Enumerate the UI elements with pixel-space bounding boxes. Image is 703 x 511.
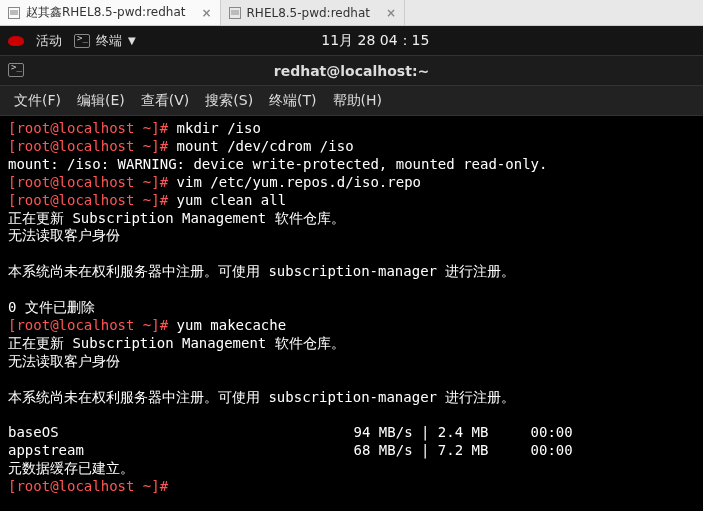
menu-view[interactable]: 查看(V) [135,92,196,110]
chevron-down-icon: ▼ [128,35,136,46]
clock[interactable]: 11月 28 04：15 [321,32,429,50]
terminal-app-indicator[interactable]: 终端 ▼ [74,32,136,50]
menu-terminal[interactable]: 终端(T) [263,92,322,110]
gnome-topbar: 活动 终端 ▼ 11月 28 04：15 [0,26,703,56]
redhat-logo-icon [8,36,24,46]
vm-icon [8,7,20,19]
outer-tab-2[interactable]: RHEL8.5-pwd:redhat × [221,0,406,25]
terminal-output[interactable]: [root@localhost ~]# mkdir /iso[root@loca… [0,116,703,500]
terminal-icon [74,34,90,48]
outer-tabstrip: 赵其鑫RHEL8.5-pwd:redhat × RHEL8.5-pwd:redh… [0,0,703,26]
outer-tab-1[interactable]: 赵其鑫RHEL8.5-pwd:redhat × [0,0,221,25]
terminal-app-label: 终端 [96,32,122,50]
menu-help[interactable]: 帮助(H) [327,92,388,110]
menu-file[interactable]: 文件(F) [8,92,67,110]
close-icon[interactable]: × [386,6,396,20]
activities-button[interactable]: 活动 [36,32,62,50]
terminal-icon [8,63,24,77]
outer-tab-2-label: RHEL8.5-pwd:redhat [247,6,370,20]
outer-tab-1-label: 赵其鑫RHEL8.5-pwd:redhat [26,4,185,21]
window-titlebar: redhat@localhost:~ [0,56,703,86]
close-icon[interactable]: × [201,6,211,20]
menu-search[interactable]: 搜索(S) [199,92,259,110]
vm-icon [229,7,241,19]
menu-edit[interactable]: 编辑(E) [71,92,131,110]
menubar: 文件(F) 编辑(E) 查看(V) 搜索(S) 终端(T) 帮助(H) [0,86,703,116]
window-title: redhat@localhost:~ [274,63,429,79]
